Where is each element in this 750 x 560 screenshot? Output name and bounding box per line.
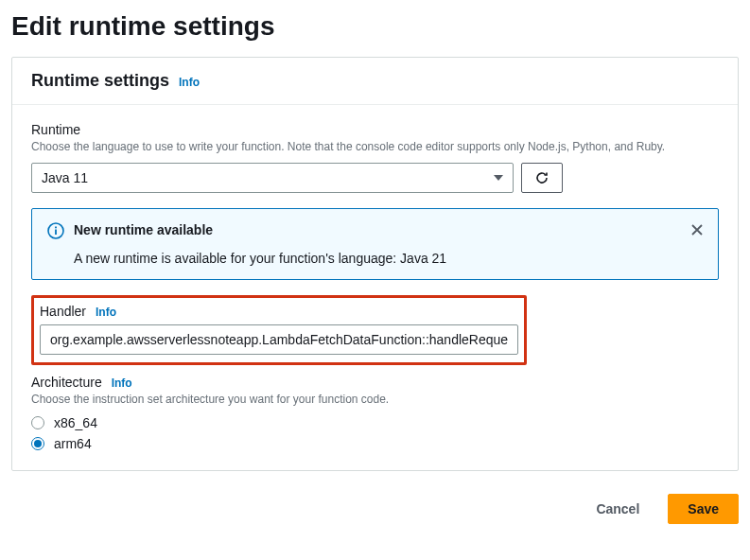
- panel-body: Runtime Choose the language to use to wr…: [12, 105, 738, 470]
- save-button[interactable]: Save: [668, 494, 739, 524]
- radio-label: arm64: [54, 436, 92, 451]
- chevron-down-icon: [494, 175, 503, 181]
- alert-title: New runtime available: [74, 222, 676, 237]
- alert-body: A new runtime is available for your func…: [74, 251, 676, 266]
- runtime-select-value: Java 11: [42, 170, 88, 185]
- panel-title: Runtime settings: [31, 71, 169, 91]
- handler-label: Handler: [40, 304, 86, 319]
- refresh-button[interactable]: [521, 163, 563, 193]
- svg-rect-2: [55, 226, 57, 228]
- footer-actions: Cancel Save: [11, 486, 739, 532]
- handler-info-link[interactable]: Info: [96, 306, 116, 319]
- architecture-radio-group: x86_64 arm64: [31, 415, 719, 451]
- architecture-info-link[interactable]: Info: [112, 376, 132, 390]
- close-icon[interactable]: [689, 222, 705, 237]
- runtime-description: Choose the language to use to write your…: [31, 139, 719, 155]
- panel-header: Runtime settings Info: [12, 58, 738, 105]
- page-title: Edit runtime settings: [11, 0, 739, 57]
- refresh-icon: [534, 170, 549, 185]
- info-icon: [47, 222, 64, 239]
- runtime-field: Runtime Choose the language to use to wr…: [31, 122, 719, 193]
- radio-arm64[interactable]: arm64: [31, 436, 719, 451]
- cancel-button[interactable]: Cancel: [577, 494, 658, 524]
- handler-input[interactable]: [40, 324, 518, 355]
- handler-highlight: Handler Info: [31, 295, 527, 365]
- radio-x86-64[interactable]: x86_64: [31, 415, 719, 430]
- runtime-settings-panel: Runtime settings Info Runtime Choose the…: [11, 57, 739, 471]
- panel-info-link[interactable]: Info: [179, 76, 200, 89]
- architecture-description: Choose the instruction set architecture …: [31, 392, 719, 408]
- runtime-label: Runtime: [31, 122, 719, 137]
- radio-icon: [31, 416, 44, 429]
- svg-rect-1: [55, 229, 57, 235]
- radio-label: x86_64: [54, 415, 97, 430]
- architecture-label: Architecture: [31, 375, 102, 390]
- new-runtime-alert: New runtime available A new runtime is a…: [31, 208, 719, 280]
- radio-icon: [31, 437, 44, 450]
- runtime-select[interactable]: Java 11: [31, 163, 514, 193]
- architecture-field: Architecture Info Choose the instruction…: [31, 375, 719, 451]
